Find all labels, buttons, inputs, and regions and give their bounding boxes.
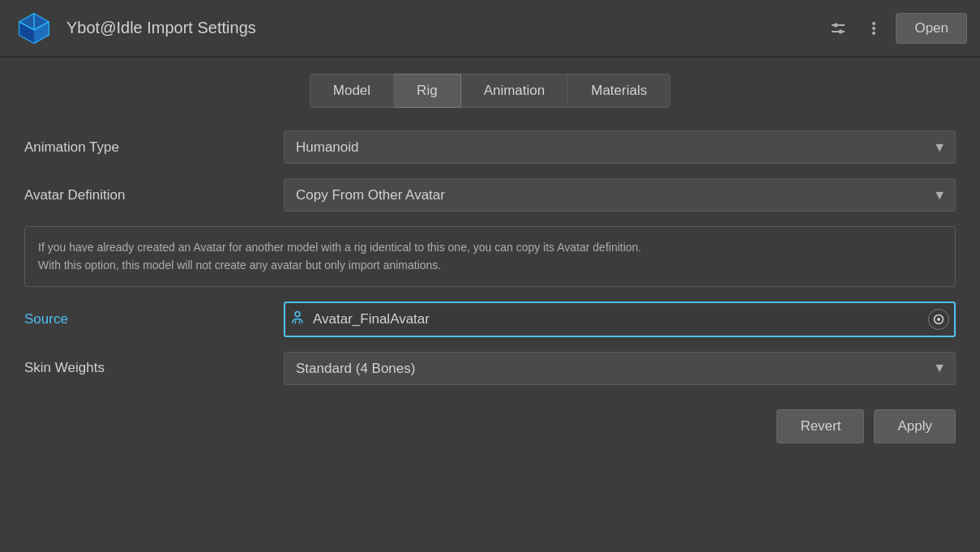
skin-weights-row: Skin Weights Standard (4 Bones) Custom ▼ bbox=[24, 352, 956, 385]
animation-type-control: Humanoid Generic Legacy None ▼ bbox=[284, 131, 956, 164]
window-title: Ybot@Idle Import Settings bbox=[66, 19, 256, 37]
skin-weights-select[interactable]: Standard (4 Bones) Custom bbox=[284, 352, 956, 385]
tab-animation[interactable]: Animation bbox=[461, 74, 569, 108]
skin-weights-label: Skin Weights bbox=[24, 360, 284, 376]
source-input[interactable] bbox=[284, 302, 956, 337]
svg-point-10 bbox=[834, 23, 838, 27]
animation-type-row: Animation Type Humanoid Generic Legacy N… bbox=[24, 131, 956, 164]
info-text: If you have already created an Avatar fo… bbox=[38, 241, 641, 272]
avatar-definition-control: Copy From Other Avatar Create From This … bbox=[284, 178, 956, 212]
animation-type-label: Animation Type bbox=[24, 139, 284, 156]
svg-point-12 bbox=[872, 22, 875, 25]
info-box: If you have already created an Avatar fo… bbox=[24, 226, 956, 287]
avatar-definition-select[interactable]: Copy From Other Avatar Create From This … bbox=[284, 178, 956, 212]
animation-type-select[interactable]: Humanoid Generic Legacy None bbox=[284, 131, 956, 164]
tab-materials[interactable]: Materials bbox=[568, 74, 670, 108]
svg-point-11 bbox=[839, 29, 843, 33]
svg-point-13 bbox=[872, 27, 875, 30]
title-bar: Ybot@Idle Import Settings Open bbox=[0, 0, 980, 57]
tab-model[interactable]: Model bbox=[310, 74, 394, 108]
target-icon bbox=[933, 314, 944, 325]
apply-button[interactable]: Apply bbox=[874, 409, 956, 443]
open-button[interactable]: Open bbox=[896, 13, 967, 44]
source-row: Source bbox=[24, 302, 956, 337]
source-target-button[interactable] bbox=[928, 309, 949, 330]
title-bar-left: Ybot@Idle Import Settings bbox=[13, 7, 256, 49]
svg-point-14 bbox=[872, 32, 875, 35]
main-content: Model Rig Animation Materials Animation … bbox=[0, 58, 980, 460]
avatar-definition-row: Avatar Definition Copy From Other Avatar… bbox=[24, 178, 956, 212]
skin-weights-control: Standard (4 Bones) Custom ▼ bbox=[284, 352, 956, 385]
menu-icon-button[interactable] bbox=[860, 16, 888, 41]
app-logo bbox=[13, 7, 55, 49]
source-input-wrap bbox=[284, 302, 956, 337]
tab-rig[interactable]: Rig bbox=[394, 74, 461, 108]
avatar-definition-label: Avatar Definition bbox=[24, 187, 284, 203]
sliders-icon bbox=[829, 19, 847, 37]
source-control bbox=[284, 302, 956, 337]
bottom-actions: Revert Apply bbox=[24, 409, 956, 443]
source-label: Source bbox=[24, 311, 284, 327]
adjust-icon-button[interactable] bbox=[824, 16, 852, 41]
more-icon bbox=[865, 19, 883, 37]
revert-button[interactable]: Revert bbox=[777, 409, 864, 443]
tabs-row: Model Rig Animation Materials bbox=[24, 74, 956, 108]
title-bar-right: Open bbox=[824, 13, 967, 44]
svg-point-19 bbox=[937, 318, 940, 321]
